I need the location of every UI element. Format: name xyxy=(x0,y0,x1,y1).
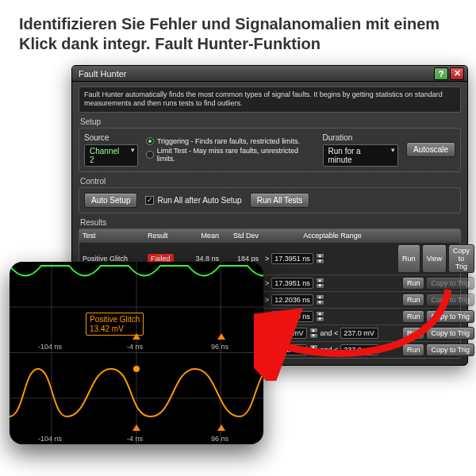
spin-control[interactable]: ▲▼ xyxy=(316,294,324,305)
window-title: Fault Hunter xyxy=(79,69,432,79)
cell-result: Failed xyxy=(148,255,182,263)
titlebar[interactable]: Fault Hunter ? ✕ xyxy=(72,66,467,82)
tick-t1: -4 ns xyxy=(127,343,143,351)
scope-overlay: -104 ns -4 ns 96 ns Positive Glitch 13.4… xyxy=(10,262,263,444)
copy-to-trig-button: Copy to Trig xyxy=(426,294,474,306)
cell-actions: RunCopy to Trig xyxy=(401,310,474,323)
col-range: Acceptable Range xyxy=(265,232,400,240)
mode-limit-radio[interactable]: Limit Test - May miss rare faults, unres… xyxy=(146,147,315,163)
cell-std: 184 ps xyxy=(225,255,263,263)
source-select[interactable]: Channel 2 xyxy=(84,144,138,167)
copy-to-trig-button: Copy to Trig xyxy=(426,277,474,290)
mode-limit-label: Limit Test - May miss rare faults, unres… xyxy=(157,147,315,163)
cell-range: >12.2036 ns▲▼ xyxy=(265,294,400,305)
cell-range: >17.3951 ns▲▼ xyxy=(265,253,400,264)
range-value[interactable]: 12.6759 ns xyxy=(271,311,313,322)
results-header: Test Result Mean Std Dev Acceptable Rang… xyxy=(79,229,460,242)
help-icon[interactable]: ? xyxy=(434,67,448,80)
run-all-after-label: Run All after Auto Setup xyxy=(157,196,241,205)
cell-actions: RunCopy to Trig xyxy=(401,327,474,340)
run-button[interactable]: Run xyxy=(402,310,425,323)
setup-group: Source Channel 2 Triggering - Finds rare… xyxy=(79,128,461,172)
headline: Identifizieren Sie Fehler und Signalanom… xyxy=(0,0,476,59)
tick-t2: 96 ns xyxy=(211,343,228,351)
cell-actions: RunCopy to Trig xyxy=(401,294,474,306)
radio-dot-icon xyxy=(146,137,154,145)
svg-point-10 xyxy=(133,366,140,372)
tick-t1b: -4 ns xyxy=(127,435,143,443)
range-value[interactable]: 17.3951 ns xyxy=(271,253,313,264)
cell-range: >12.6759 ns▲▼ xyxy=(265,311,400,322)
cell-actions: RunCopy to Trig xyxy=(401,277,474,290)
dialog-description: Fault Hunter automatically finds the mos… xyxy=(79,86,461,113)
radio-dot-icon xyxy=(146,151,154,159)
spin-control[interactable]: ▲▼ xyxy=(309,328,318,339)
range-value[interactable]: -209.8 mV xyxy=(267,344,307,355)
scope-top: -104 ns -4 ns 96 ns Positive Glitch 13.4… xyxy=(10,262,263,353)
tick-t2b: 96 ns xyxy=(211,435,228,443)
source-label: Source xyxy=(84,133,138,142)
copy-to-trig-button[interactable]: Copy to Trig xyxy=(448,244,474,273)
spin-control[interactable]: ▲▼ xyxy=(309,344,318,355)
cell-range: >17.3951 ns▲▼ xyxy=(265,278,400,289)
cell-mean: 34.8 ns xyxy=(184,255,224,263)
cell-actions: RunCopy to Trig xyxy=(401,344,474,356)
mode-radios: Triggering - Finds rare faults, restrict… xyxy=(146,137,315,163)
close-icon[interactable]: ✕ xyxy=(450,67,464,80)
cell-range: -209.8 mV▲▼ and <237.0 mV xyxy=(265,328,400,339)
autoscale-button[interactable]: Autoscale xyxy=(406,142,455,157)
run-button[interactable]: Run xyxy=(402,344,425,356)
run-button[interactable]: Run xyxy=(402,327,425,340)
range-value-2[interactable]: 237.0 mV xyxy=(340,344,378,355)
run-button[interactable]: Run xyxy=(402,277,425,290)
range-value-2[interactable]: 237.0 mV xyxy=(340,328,378,339)
svg-marker-11 xyxy=(132,424,140,431)
spin-control[interactable]: ▲▼ xyxy=(316,278,324,289)
svg-marker-5 xyxy=(217,333,225,340)
col-test: Test xyxy=(83,232,146,240)
cell-test: Positive Glitch xyxy=(83,255,146,263)
col-mean: Mean xyxy=(184,232,224,240)
cell-actions: RunViewCopy to Trig xyxy=(401,244,474,273)
copy-to-trig-button[interactable]: Copy to Trig xyxy=(426,327,474,340)
duration-label: Duration xyxy=(323,133,399,142)
setup-label: Setup xyxy=(80,117,459,126)
spin-control[interactable]: ▲▼ xyxy=(316,311,324,322)
callout-title: Positive Glitch xyxy=(90,315,140,324)
range-value[interactable]: 12.2036 ns xyxy=(271,294,313,305)
run-button[interactable]: Run xyxy=(397,244,420,273)
scope-bottom: -104 ns -4 ns 96 ns xyxy=(10,353,263,444)
range-value[interactable]: 17.3951 ns xyxy=(271,278,313,289)
run-button[interactable]: Run xyxy=(402,294,425,306)
glitch-callout: Positive Glitch 13.42 mV xyxy=(86,313,144,336)
copy-to-trig-button[interactable]: Copy to Trig xyxy=(426,310,474,323)
duration-select[interactable]: Run for a minute xyxy=(323,144,399,167)
cell-range: -209.8 mV▲▼ and <237.0 mV xyxy=(265,344,400,355)
spin-control[interactable]: ▲▼ xyxy=(316,253,324,264)
mode-triggering-label: Triggering - Finds rare faults, restrict… xyxy=(157,137,300,145)
range-value[interactable]: -209.8 mV xyxy=(267,328,307,339)
copy-to-trig-button[interactable]: Copy to Trig xyxy=(426,344,474,356)
mode-triggering-radio[interactable]: Triggering - Finds rare faults, restrict… xyxy=(146,137,315,145)
auto-setup-button[interactable]: Auto Setup xyxy=(84,193,137,208)
checkbox-icon: ✓ xyxy=(145,196,154,205)
callout-value: 13.42 mV xyxy=(90,324,140,334)
control-group: Auto Setup ✓ Run All after Auto Setup Ru… xyxy=(79,187,461,213)
run-all-tests-button[interactable]: Run All Tests xyxy=(250,193,310,208)
results-label: Results xyxy=(80,218,459,227)
run-all-after-check[interactable]: ✓ Run All after Auto Setup xyxy=(145,196,241,205)
view-button[interactable]: View xyxy=(422,244,447,273)
tick-t0b: -104 ns xyxy=(38,435,62,443)
col-result: Result xyxy=(148,232,182,240)
svg-marker-12 xyxy=(217,424,225,431)
col-std: Std Dev xyxy=(225,232,263,240)
tick-t0: -104 ns xyxy=(38,343,62,351)
control-label: Control xyxy=(80,177,459,186)
